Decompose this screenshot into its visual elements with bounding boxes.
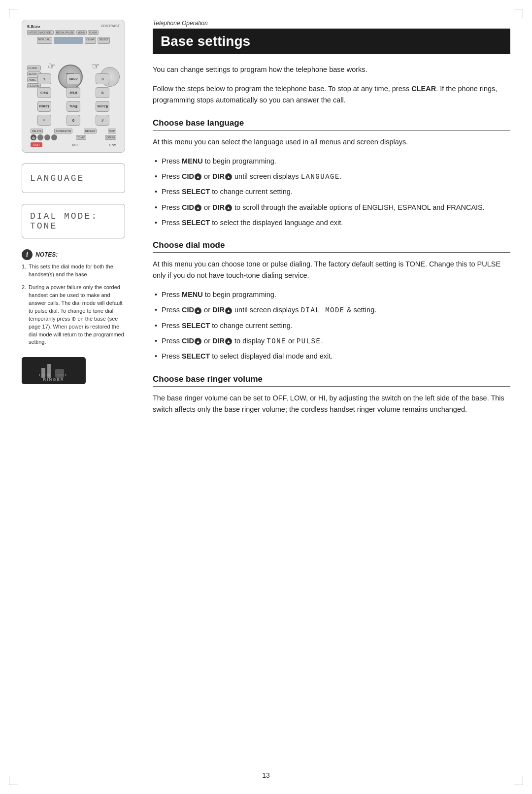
dial-bullet-4: Press CID▲ or DIR▲ to display TONE or PU…: [153, 335, 510, 347]
language-bullet-4: Press CID▲ or DIR▲ to scroll through the…: [153, 202, 510, 213]
menu-bold-1: MENU: [182, 157, 203, 165]
note-item-2: During a power failure only the corded h…: [22, 284, 125, 347]
select-bold-3: SELECT: [182, 322, 210, 330]
phone-tone-btn: TONE*: [76, 135, 87, 140]
corner-mark-tl: [9, 9, 18, 18]
ringer-label: LOW OFFRINGER: [22, 373, 86, 382]
language-bullet-3: Press SELECT to change current setting.: [153, 186, 510, 198]
title-bar: Base settings: [153, 29, 510, 54]
section-heading-ringer: Choose base ringer volume: [153, 374, 510, 387]
phone-button-small: MENU: [76, 30, 87, 35]
phone-key-6: 6: [96, 87, 109, 98]
note-item-1: This sets the dial mode for both the han…: [22, 263, 125, 279]
phone-key-4: GHI4: [37, 87, 51, 98]
corner-mark-tr: [514, 9, 523, 18]
menu-bold-2: MENU: [182, 291, 203, 298]
cid-label-1: CID: [182, 172, 194, 180]
phone-key-5: JKL5: [66, 87, 80, 98]
language-intro: At this menu you can select the language…: [153, 136, 510, 148]
phone-keypad-row: * 0 #: [30, 115, 117, 126]
phone-key-0: 0: [66, 115, 80, 126]
page-title: Base settings: [161, 33, 502, 49]
phone-body: 5.8GHz CONTRAST INTERCOM/CID DEL REDIAL/…: [22, 20, 125, 152]
dial-bullet-1: Press MENU to begin programming.: [153, 289, 510, 300]
notes-title: NOTES:: [35, 251, 58, 258]
ringer-image: LOW OFFRINGER: [22, 357, 86, 384]
cid-label-3: CID: [182, 306, 194, 314]
cid-circle-1: ▲: [195, 173, 201, 180]
intro-para-1: You can change settings to program how t…: [153, 64, 510, 75]
dir-label-1: DIR: [212, 172, 225, 180]
phone-key-8: TUV8: [66, 101, 80, 112]
dial-bullet-3: Press SELECT to change current setting.: [153, 320, 510, 331]
section-label: Telephone Operation: [153, 20, 510, 27]
dir-circle-3: ▲: [225, 307, 232, 314]
dial-mode-display-text: DIAL MODE: TONE: [30, 211, 117, 231]
phone-oper-btn: OPER0: [105, 135, 116, 140]
phone-keypad-row: PORS7 TUV8 WXYZ9: [30, 101, 117, 112]
phone-button-small: CLEAR: [85, 37, 96, 44]
left-column: 5.8GHz CONTRAST INTERCOM/CID DEL REDIAL/…: [22, 20, 135, 384]
language-display-text: LANGUAGE: [30, 173, 84, 183]
phone-top: 5.8GHz CONTRAST INTERCOM/CID DEL REDIAL/…: [25, 23, 122, 62]
lcd-language: LANGUAGE: [301, 173, 340, 181]
phone-delete-btn: DELETE: [31, 129, 43, 133]
clear-bold: CLEAR: [411, 85, 436, 93]
language-display-box: LANGUAGE: [22, 164, 125, 193]
phone-key-3: 3: [96, 73, 109, 84]
phone-skip-btn: SKIP: [108, 129, 116, 133]
select-bold-2: SELECT: [182, 219, 210, 227]
phone-answer-on-btn: ANSWER ON: [54, 129, 72, 133]
dir-label-2: DIR: [212, 203, 225, 211]
phone-image: 5.8GHz CONTRAST INTERCOM/CID DEL REDIAL/…: [22, 20, 125, 153]
lcd-pulse: PULSE: [297, 337, 321, 345]
language-bullet-5: Press SELECT to select the displayed lan…: [153, 217, 510, 229]
dial-bullet-5: Press SELECT to select displayed dial mo…: [153, 351, 510, 362]
language-bullets: Press MENU to begin programming. Press C…: [153, 156, 510, 229]
intro-para-2: Follow the steps below to program the te…: [153, 83, 510, 106]
lcd-tone: TONE: [266, 337, 286, 345]
phone-keypad: ☞ ☞ 1 ABC2 3 GHI4 JKL5 6 PORS7 TUV8 WXYZ…: [30, 61, 117, 147]
phone-key-2: ABC2: [66, 73, 80, 84]
select-bold-4: SELECT: [182, 352, 210, 360]
phone-keypad-row: 1 ABC2 3: [30, 73, 117, 84]
select-bold-1: SELECT: [182, 188, 210, 196]
cid-label-2: CID: [182, 203, 194, 211]
phone-key-7: PORS7: [37, 101, 51, 112]
page-number: 13: [262, 771, 270, 779]
notes-list: This sets the dial mode for both the han…: [22, 263, 125, 346]
dial-mode-display-box: DIAL MODE: TONE: [22, 204, 125, 238]
notes-section: i NOTES: This sets the dial mode for bot…: [22, 249, 125, 346]
phone-key-9: WXYZ9: [96, 101, 109, 112]
right-column: Telephone Operation Base settings You ca…: [153, 20, 510, 423]
dial-bullets: Press MENU to begin programming. Press C…: [153, 289, 510, 362]
phone-keypad-row: GHI4 JKL5 6: [30, 87, 117, 98]
notes-header: i NOTES:: [22, 249, 125, 260]
language-bullet-1: Press MENU to begin programming.: [153, 156, 510, 167]
section-heading-dial: Choose dial mode: [153, 240, 510, 253]
dir-circle-2: ▲: [225, 204, 232, 211]
dial-intro: At this menu you can choose tone or puls…: [153, 259, 510, 281]
dir-circle-4: ▲: [225, 338, 232, 345]
dial-bullet-2: Press CID▲ or DIR▲ until screen displays…: [153, 304, 510, 316]
cid-circle-2: ▲: [195, 204, 201, 211]
lcd-dial-mode: DIAL MODE: [301, 306, 345, 314]
dir-label-4: DIR: [212, 337, 225, 345]
section-heading-language: Choose base language: [153, 118, 510, 131]
phone-button-small: REDIAL/PAUSE: [55, 30, 75, 35]
dir-circle-1: ▲: [225, 173, 232, 180]
cid-circle-3: ▲: [195, 307, 201, 314]
phone-button-small: SELECT: [98, 37, 110, 44]
phone-repeat-btn: REPEAT: [84, 129, 97, 133]
phone-button-small: INTERCOM/CID DEL: [27, 30, 54, 35]
phone-key-hash: #: [96, 115, 109, 126]
dir-label-3: DIR: [212, 306, 225, 314]
phone-key-1: 1: [37, 73, 51, 84]
corner-mark-br: [514, 776, 523, 785]
phone-button-small: NEW CALL: [37, 37, 53, 44]
corner-mark-bl: [9, 776, 18, 785]
cid-circle-4: ▲: [195, 338, 201, 345]
language-bullet-2: Press CID▲ or DIR▲ until screen displays…: [153, 171, 510, 182]
cid-label-4: CID: [182, 337, 194, 345]
phone-button-small: FLASH: [88, 30, 99, 35]
